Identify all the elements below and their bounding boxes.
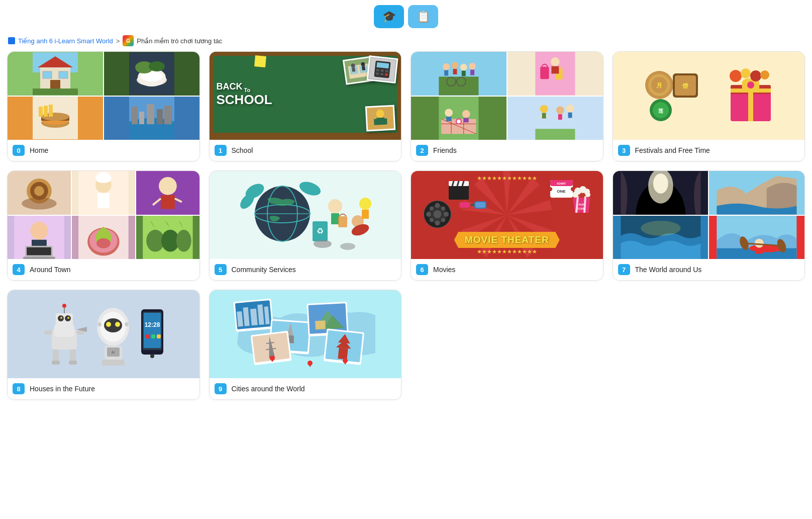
svg-rect-41 — [385, 70, 388, 73]
svg-point-178 — [430, 206, 434, 210]
breadcrumb-current-page: Phần mềm trò chơi tương tác — [137, 37, 222, 45]
card-festivals-label: Festivals and Free Time — [635, 146, 710, 154]
card-movies-number: 6 — [416, 264, 428, 275]
svg-text:12:28: 12:28 — [145, 321, 160, 328]
card-festivals[interactable]: 月 饼 莲 — [613, 51, 805, 161]
svg-point-258 — [150, 354, 154, 358]
card-school-image: BACK To SCHOOL — [210, 52, 401, 140]
card-movies-footer: 6 Movies — [411, 259, 603, 280]
svg-rect-280 — [338, 348, 348, 360]
svg-text:莲: 莲 — [658, 108, 664, 114]
card-future-image: AI 12:28 — [8, 290, 199, 378]
svg-rect-207 — [475, 202, 485, 208]
svg-rect-119 — [97, 193, 110, 208]
svg-point-244 — [115, 322, 120, 327]
svg-rect-234 — [70, 350, 76, 362]
mooncake-svg: 月 饼 莲 — [642, 66, 702, 126]
svg-rect-132 — [27, 247, 51, 255]
movie-theater-banner: MOVIE THEATER — [454, 232, 560, 248]
svg-rect-4 — [43, 71, 52, 78]
svg-rect-182 — [449, 185, 469, 200]
card-future-footer: 8 Houses in the Future — [8, 378, 199, 399]
svg-point-230 — [67, 317, 69, 319]
world-cave-svg — [613, 171, 708, 215]
breadcrumb-home-link[interactable]: Tiếng anh 6 i-Learn Smart World — [18, 37, 113, 45]
card-school[interactable]: BACK To SCHOOL 1 School — [209, 51, 402, 161]
svg-rect-51 — [439, 76, 478, 95]
svg-point-54 — [452, 62, 459, 69]
svg-rect-153 — [331, 213, 339, 224]
card-friends-footer: 2 Friends — [411, 140, 603, 161]
svg-point-176 — [426, 212, 431, 217]
robot1-svg — [42, 299, 87, 370]
svg-rect-48 — [374, 119, 378, 125]
svg-rect-57 — [462, 71, 466, 76]
film-reel-svg — [424, 200, 451, 228]
svg-rect-235 — [52, 361, 60, 365]
clipboard-icon-button[interactable]: 📋 — [408, 5, 438, 28]
card-future[interactable]: AI 12:28 8 Houses in the Future — [7, 290, 200, 400]
svg-point-201 — [585, 192, 590, 197]
svg-point-129 — [30, 221, 48, 239]
svg-rect-26 — [157, 109, 163, 124]
card-world[interactable]: 7 The World around Us — [613, 170, 805, 281]
svg-rect-19 — [39, 107, 43, 117]
svg-point-84 — [556, 106, 564, 114]
card-movies-label: Movies — [433, 266, 455, 274]
school-icon-button[interactable]: 🎓 — [374, 5, 404, 28]
card-cities[interactable]: 9 Cities around the World — [209, 290, 402, 400]
card-community[interactable]: ♻ 5 Community Services — [209, 170, 402, 281]
svg-text:ADMIT: ADMIT — [556, 182, 566, 185]
gift-svg — [726, 66, 776, 126]
card-around-town[interactable]: 4 Around Town — [7, 170, 200, 281]
card-movies[interactable]: ★★★★★★★★★★★★ — [411, 170, 603, 281]
svg-point-122 — [97, 172, 110, 178]
card-future-number: 8 — [13, 383, 25, 394]
card-home[interactable]: 0 Home — [7, 51, 200, 161]
svg-point-86 — [566, 104, 574, 112]
svg-point-52 — [443, 63, 450, 70]
svg-rect-74 — [446, 117, 451, 121]
svg-text:AI: AI — [112, 351, 115, 354]
svg-rect-249 — [102, 360, 125, 366]
svg-rect-7 — [33, 89, 78, 95]
town-cook-svg — [72, 171, 135, 215]
card-cities-image — [210, 290, 401, 378]
svg-rect-24 — [139, 112, 144, 124]
svg-point-173 — [434, 210, 442, 218]
graduation-cap-icon: 🎓 — [382, 10, 396, 23]
card-town-image — [8, 171, 199, 259]
svg-point-111 — [760, 70, 769, 79]
svg-rect-205 — [460, 202, 470, 208]
svg-point-124 — [159, 177, 177, 195]
svg-point-108 — [730, 70, 742, 82]
svg-rect-275 — [315, 320, 326, 329]
svg-point-245 — [97, 322, 102, 326]
svg-rect-257 — [157, 334, 161, 338]
svg-text:饼: 饼 — [682, 82, 689, 90]
town-person-svg — [136, 171, 199, 215]
friends-outdoor-svg — [411, 52, 506, 96]
svg-point-219 — [755, 238, 764, 247]
town-food1-svg — [8, 171, 71, 215]
card-friends[interactable]: 2 Friends — [411, 51, 603, 161]
svg-rect-66 — [551, 66, 559, 74]
card-school-footer: 1 School — [210, 140, 401, 161]
svg-rect-39 — [376, 69, 379, 72]
svg-rect-125 — [161, 195, 175, 209]
svg-point-137 — [96, 238, 111, 248]
svg-point-180 — [441, 206, 445, 210]
card-future-label: Houses in the Future — [30, 385, 95, 393]
svg-rect-25 — [147, 104, 154, 124]
card-community-footer: 5 Community Services — [210, 259, 401, 280]
svg-point-159 — [314, 240, 332, 248]
friends-group2-svg — [508, 97, 603, 140]
svg-point-78 — [457, 119, 461, 123]
clipboard-icon: 📋 — [417, 10, 430, 23]
robot2-svg: AI — [94, 299, 132, 370]
svg-rect-208 — [471, 204, 474, 206]
svg-point-110 — [750, 70, 761, 81]
card-friends-label: Friends — [433, 146, 457, 154]
svg-rect-63 — [540, 67, 549, 79]
world-sea-svg — [613, 216, 708, 260]
